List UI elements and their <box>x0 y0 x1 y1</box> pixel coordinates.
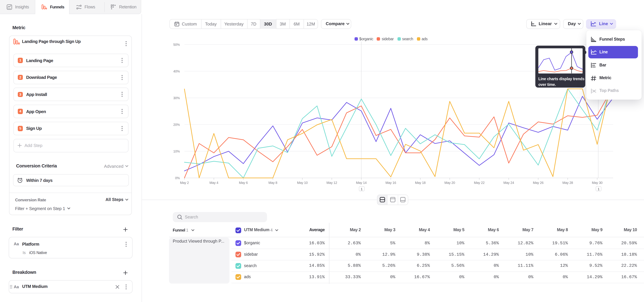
svg-text:May 4: May 4 <box>210 181 218 184</box>
svg-text:20%: 20% <box>173 123 180 126</box>
svg-text:May 14: May 14 <box>356 181 366 184</box>
svg-text:May 18: May 18 <box>415 181 426 184</box>
svg-text:May 24: May 24 <box>504 181 514 184</box>
svg-text:May 8: May 8 <box>268 181 278 184</box>
svg-text:May 12: May 12 <box>326 181 337 184</box>
svg-text:May 2: May 2 <box>180 181 189 184</box>
svg-text:May 30: May 30 <box>592 181 602 184</box>
svg-text:May 20: May 20 <box>444 181 455 184</box>
svg-text:May 22: May 22 <box>474 181 484 184</box>
svg-text:10%: 10% <box>173 150 180 153</box>
svg-text:May 16: May 16 <box>386 181 396 184</box>
svg-text:May 6: May 6 <box>239 181 248 184</box>
svg-text:May 28: May 28 <box>562 181 573 184</box>
svg-text:0%: 0% <box>175 176 180 180</box>
svg-text:May 10: May 10 <box>297 181 308 184</box>
svg-text:May 26: May 26 <box>533 181 544 184</box>
